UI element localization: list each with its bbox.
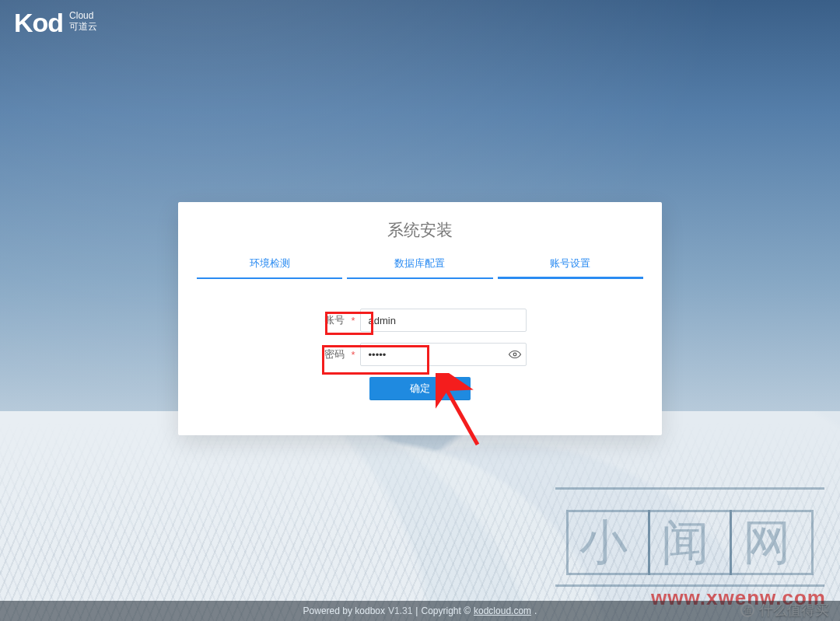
username-input[interactable] [360,309,527,332]
watermark-char: 小 [566,510,650,575]
card-title: 系统安装 [178,219,662,241]
row-username: 账号 * [178,309,662,332]
password-input[interactable] [360,343,527,366]
footer-site-link[interactable]: kodcloud.com [474,605,531,616]
watermark-char: 闻 [648,510,732,575]
step-env-check[interactable]: 环境检测 [197,252,342,279]
password-label: 密码 [313,347,345,361]
watermark-brand: 小闻网 [555,487,824,587]
install-form: 账号 * 密码 * 确定 [178,309,662,400]
svg-point-0 [513,353,516,356]
install-card: 系统安装 环境检测 数据库配置 账号设置 账号 * 密码 * [178,202,662,435]
brand-logo-main: Kodod [14,8,63,38]
brand-logo: Kodod Cloud 可道云 [14,8,97,38]
password-input-wrap [360,343,527,366]
required-mark: * [351,349,355,361]
install-steps: 环境检测 数据库配置 账号设置 [178,252,662,279]
brand-logo-sub: Cloud 可道云 [69,11,97,33]
row-password: 密码 * [178,343,662,366]
step-account-setup[interactable]: 账号设置 [498,252,643,279]
footer-bar: Powered by kodbox V1.31 | Copyright © ko… [0,601,840,621]
footer-sep: | [415,605,418,616]
submit-button[interactable]: 确定 [369,377,471,400]
footer-powered: Powered by kodbox [303,605,385,616]
toggle-password-visibility-icon[interactable] [508,347,522,361]
username-input-wrap [360,309,527,332]
brand-logo-cloud-zh: 可道云 [69,22,97,33]
footer-version: V1.31 [388,605,412,616]
watermark-char: 网 [730,510,814,575]
brand-logo-cloud-en: Cloud [69,11,97,22]
step-db-config[interactable]: 数据库配置 [347,252,492,279]
required-mark: * [351,315,355,326]
username-label: 账号 [313,313,345,327]
footer-suffix: . [534,605,537,616]
footer-copyright: Copyright © [421,605,471,616]
